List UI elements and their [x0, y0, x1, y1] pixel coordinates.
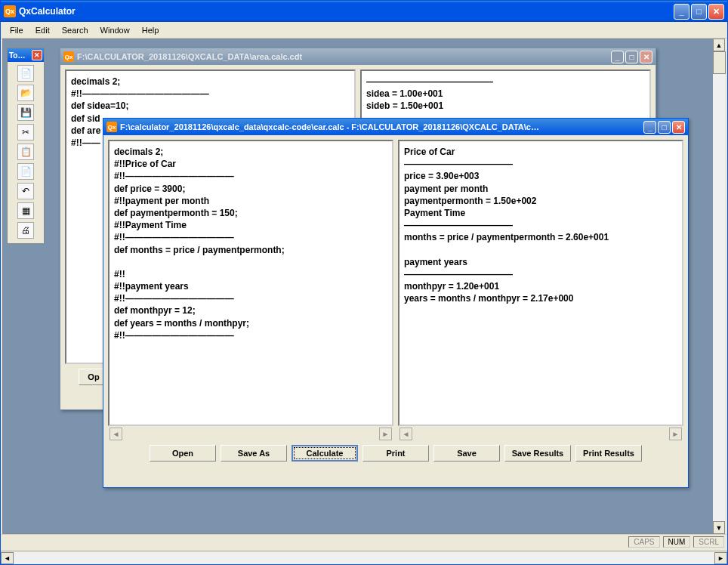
save-button[interactable]: Save: [433, 445, 500, 462]
print-button[interactable]: Print: [362, 445, 429, 462]
calculate-button[interactable]: Calculate: [292, 445, 358, 462]
minimize-button[interactable]: _: [674, 4, 689, 20]
child2-title: F:\calculator_20181126\qxcalc_data\qxcal…: [120, 122, 643, 131]
scroll-right-icon[interactable]: ►: [714, 552, 727, 564]
scroll-track[interactable]: [713, 74, 725, 521]
status-scrl: SCRL: [693, 536, 724, 548]
child-window-car[interactable]: Qx F:\calculator_20181126\qxcalc_data\qx…: [103, 118, 689, 488]
tool-open-icon[interactable]: 📂: [17, 85, 34, 101]
child2-source-pane[interactable]: decimals 2; #!!Price of Car #!!—————————…: [108, 140, 393, 426]
child1-maximize[interactable]: □: [625, 51, 638, 63]
saveresults-button[interactable]: Save Results: [504, 445, 571, 462]
scroll-left-icon[interactable]: ◄: [399, 428, 412, 440]
app-title: QxCalculator: [19, 6, 674, 17]
open-button[interactable]: Open: [150, 445, 216, 462]
doc-icon: Qx: [63, 51, 74, 62]
menu-help[interactable]: Help: [136, 24, 165, 36]
statusbar: CAPS NUM SCRL: [1, 534, 727, 549]
tool-paste-icon[interactable]: 📄: [17, 163, 34, 180]
tool-copy-icon[interactable]: 📋: [17, 144, 34, 160]
menu-window[interactable]: Window: [94, 24, 136, 36]
child1-title: F:\CALCULATOR_20181126\QXCALC_DATA\area.…: [77, 52, 611, 61]
tool-cut-icon[interactable]: ✂: [17, 124, 34, 140]
scroll-down-icon[interactable]: ▼: [713, 521, 725, 534]
child2-maximize[interactable]: □: [658, 121, 671, 134]
mdi-hscrollbar[interactable]: ◄ ►: [1, 551, 727, 564]
scroll-left-icon[interactable]: ◄: [1, 552, 14, 564]
doc-icon: Qx: [106, 122, 117, 132]
menu-file[interactable]: File: [4, 24, 29, 36]
tool-print-icon[interactable]: 🖨: [17, 222, 34, 239]
main-window: Qx QxCalculator _ □ ✕ File Edit Search W…: [0, 0, 728, 565]
tool-save-icon[interactable]: 💾: [17, 104, 34, 121]
scroll-left-icon[interactable]: ◄: [110, 428, 122, 440]
child1-titlebar[interactable]: Qx F:\CALCULATOR_20181126\QXCALC_DATA\ar…: [60, 48, 656, 65]
scroll-up-icon[interactable]: ▲: [713, 39, 725, 51]
status-caps: CAPS: [628, 536, 659, 548]
tool-undo-icon[interactable]: ↶: [17, 183, 34, 199]
tool-palette-titlebar[interactable]: To… ✕: [8, 48, 44, 62]
close-button[interactable]: ✕: [708, 4, 724, 20]
scroll-right-icon[interactable]: ►: [669, 428, 682, 440]
main-titlebar[interactable]: Qx QxCalculator _ □ ✕: [1, 1, 727, 22]
scroll-track[interactable]: [14, 552, 714, 564]
tool-new-icon[interactable]: 📄: [17, 65, 34, 82]
tool-palette-title: To…: [9, 51, 25, 60]
child2-minimize[interactable]: _: [643, 121, 656, 134]
scroll-right-icon[interactable]: ►: [379, 428, 392, 440]
saveas-button[interactable]: Save As: [221, 445, 287, 462]
menu-edit[interactable]: Edit: [29, 24, 56, 36]
printresults-button[interactable]: Print Results: [575, 445, 642, 462]
tool-calc-icon[interactable]: ▦: [17, 202, 34, 219]
child1-minimize[interactable]: _: [611, 51, 624, 63]
scroll-thumb[interactable]: [713, 51, 726, 74]
menu-search[interactable]: Search: [56, 24, 94, 36]
tool-palette-close[interactable]: ✕: [32, 50, 42, 60]
child2-titlebar[interactable]: Qx F:\calculator_20181126\qxcalc_data\qx…: [103, 119, 688, 135]
child2-close[interactable]: ✕: [672, 121, 685, 134]
app-icon: Qx: [4, 5, 16, 17]
status-num: NUM: [663, 536, 691, 548]
child2-result-pane[interactable]: Price of Car ———————————— price = 3.90e+…: [398, 140, 683, 426]
child1-close[interactable]: ✕: [640, 51, 652, 63]
mdi-vscrollbar[interactable]: ▲ ▼: [713, 39, 726, 534]
menubar: File Edit Search Window Help: [1, 22, 727, 39]
maximize-button[interactable]: □: [691, 4, 707, 20]
tool-palette[interactable]: To… ✕ 📄 📂 💾 ✂ 📋 📄 ↶ ▦ 🖨: [7, 48, 45, 244]
